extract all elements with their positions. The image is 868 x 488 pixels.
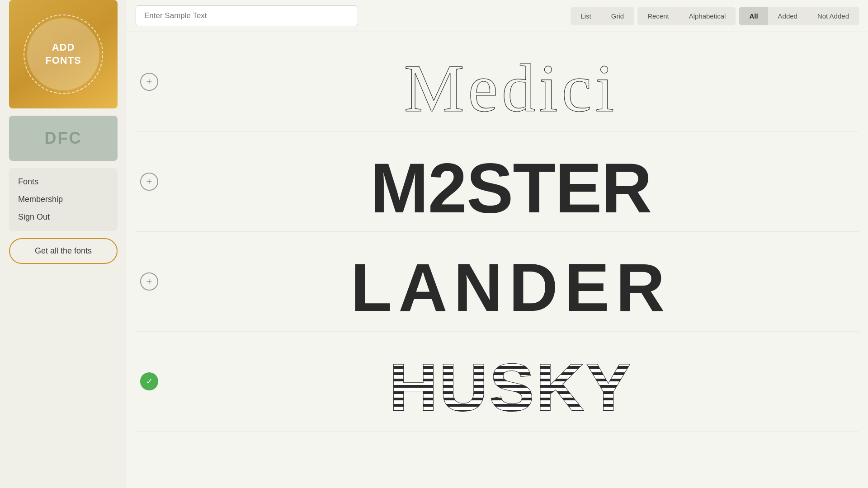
grid-view-button[interactable]: Grid: [601, 7, 634, 25]
filter-not-added-button[interactable]: Not Added: [807, 7, 859, 25]
sidebar: ADDFONTS DFC Fonts Membership Sign Out G…: [0, 0, 127, 488]
nav-card: Fonts Membership Sign Out: [9, 168, 118, 231]
dfc-logo: DFC: [45, 129, 82, 148]
font-action-husky: ✓: [136, 372, 163, 390]
font-action-lander: +: [136, 272, 163, 291]
add-m2ster-button[interactable]: +: [140, 173, 158, 191]
filter-all-button[interactable]: All: [739, 7, 768, 25]
font-action-medici: +: [136, 73, 163, 91]
font-row-lander: + LANDER: [136, 232, 859, 332]
font-preview-lander: LANDER: [163, 241, 859, 322]
add-fonts-circle: ADDFONTS: [27, 18, 99, 90]
sidebar-item-sign-out[interactable]: Sign Out: [18, 211, 108, 224]
font-preview-m2ster: M2STER: [163, 141, 859, 222]
main-content: List Grid Recent Alphabetical All Added …: [127, 0, 868, 488]
dfc-card: DFC: [9, 116, 118, 161]
alphabetical-sort-button[interactable]: Alphabetical: [679, 7, 736, 25]
font-preview-husky: HUSKY HUSKY: [163, 341, 859, 422]
svg-text:M2STER: M2STER: [370, 149, 652, 222]
add-medici-button[interactable]: +: [140, 73, 158, 91]
get-all-fonts-button[interactable]: Get all the fonts: [9, 238, 118, 264]
font-list: + Medici + M2STER +: [127, 32, 868, 488]
medici-preview-svg: Medici: [307, 41, 714, 122]
sidebar-item-fonts[interactable]: Fonts: [18, 175, 108, 188]
lander-preview-svg: LANDER: [285, 241, 737, 322]
m2ster-preview-svg: M2STER: [262, 141, 760, 222]
add-fonts-card[interactable]: ADDFONTS: [9, 0, 118, 108]
recent-sort-button[interactable]: Recent: [637, 7, 679, 25]
view-toggle-group: List Grid: [571, 7, 634, 25]
filter-group: All Added Not Added: [739, 7, 859, 25]
font-preview-medici: Medici: [163, 41, 859, 122]
add-fonts-label: ADDFONTS: [45, 41, 81, 67]
font-row-m2ster: + M2STER: [136, 132, 859, 232]
font-action-m2ster: +: [136, 173, 163, 191]
add-lander-button[interactable]: +: [140, 272, 158, 291]
svg-rect-7: [296, 341, 726, 422]
font-row-husky: ✓ HUSKY HUSKY: [136, 332, 859, 432]
sidebar-item-membership[interactable]: Membership: [18, 193, 108, 206]
svg-text:LANDER: LANDER: [351, 249, 671, 322]
search-input[interactable]: [136, 5, 358, 26]
toolbar: List Grid Recent Alphabetical All Added …: [127, 0, 868, 32]
list-view-button[interactable]: List: [571, 7, 601, 25]
husky-preview-svg: HUSKY HUSKY: [296, 341, 726, 422]
svg-text:Medici: Medici: [404, 51, 618, 122]
filter-added-button[interactable]: Added: [768, 7, 807, 25]
sort-toggle-group: Recent Alphabetical: [637, 7, 736, 25]
font-row-medici: + Medici: [136, 32, 859, 132]
added-husky-button[interactable]: ✓: [140, 372, 158, 390]
